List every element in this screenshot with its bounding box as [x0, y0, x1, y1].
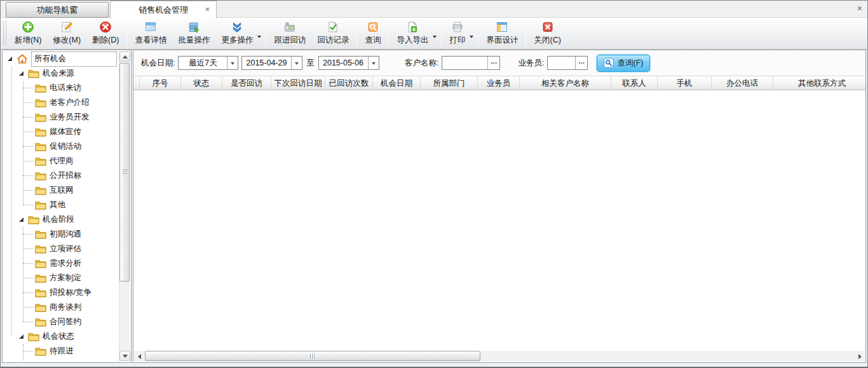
batch-operation-button[interactable]: 批量操作 [172, 19, 215, 47]
column-header[interactable]: 其他联系方式 [773, 77, 866, 90]
tree-group-stage[interactable]: 机会阶段 [4, 212, 118, 227]
salesman-field[interactable]: ··· [547, 56, 588, 70]
tab-function-nav[interactable]: 功能导航窗 [6, 2, 109, 18]
tree-group-source[interactable]: 机会来源 [4, 66, 118, 81]
date-to-combo[interactable]: 2015-05-06 [318, 56, 379, 70]
dropdown-caret-icon[interactable] [433, 36, 437, 40]
scrollbar-thumb[interactable] [145, 351, 480, 361]
tree-node[interactable]: 互联网 [4, 183, 118, 198]
dropdown-caret-icon[interactable] [470, 36, 473, 40]
tree-node-label: 机会来源 [43, 68, 74, 79]
expand-icon[interactable] [19, 217, 24, 222]
tree-node[interactable]: 电话来访 [4, 81, 118, 95]
combo-arrow-icon[interactable] [291, 57, 302, 69]
tree-node[interactable]: 代理商 [4, 154, 118, 168]
column-header[interactable]: 机会日期 [373, 77, 421, 90]
tree-connector [23, 307, 33, 308]
column-header[interactable]: 办公电话 [712, 77, 773, 90]
column-header[interactable]: 业务员 [478, 77, 520, 90]
expand-icon[interactable] [8, 57, 12, 61]
search-icon [604, 58, 614, 68]
tree-node[interactable]: 公开招标 [4, 168, 118, 183]
tab-close-icon[interactable]: × [205, 5, 210, 13]
tree-node[interactable]: 商务谈判 [4, 300, 118, 315]
print-button[interactable]: 打印 [444, 19, 471, 47]
folder-icon [35, 156, 46, 166]
customer-name-input[interactable] [442, 57, 487, 69]
delete-cross-icon [98, 20, 113, 34]
tree-group-status[interactable]: 机会状态 [4, 329, 118, 344]
tab-bar: 功能导航窗 销售机会管理 × × [1, 1, 867, 18]
tree-node[interactable]: 跟进中 [4, 358, 118, 361]
view-detail-button[interactable]: 查看详情 [129, 19, 172, 47]
tree-connector [23, 190, 33, 191]
tree-node[interactable]: 其他 [4, 198, 118, 212]
import-export-icon [405, 20, 420, 34]
folder-icon [35, 200, 46, 210]
tree-node-label: 机会状态 [43, 331, 74, 342]
date-from-combo[interactable]: 2015-04-29 [241, 56, 302, 70]
expand-icon[interactable] [19, 71, 24, 76]
tree-node[interactable]: 需求分析 [4, 256, 118, 271]
phone-followup-icon [282, 20, 297, 34]
window-close-icon[interactable]: × [857, 4, 862, 13]
column-header[interactable]: 序号 [140, 77, 181, 90]
column-header[interactable]: 是否回访 [222, 77, 271, 90]
tree-node-label: 其他 [50, 200, 65, 210]
followup-visit-button[interactable]: 跟进回访 [268, 19, 311, 47]
ui-design-button[interactable]: 界面设计 [480, 19, 524, 47]
search-button[interactable]: 查询(F) [597, 55, 650, 72]
tree-node[interactable]: 业务员开发 [4, 110, 118, 125]
scroll-up-arrow[interactable] [119, 51, 130, 62]
tree-node[interactable]: 方案制定 [4, 271, 118, 285]
delete-button[interactable]: 删除(D) [86, 19, 125, 47]
modify-button[interactable]: 修改(M) [47, 19, 86, 47]
more-actions-button[interactable]: 更多操作 [215, 19, 259, 47]
tree-node[interactable]: 待跟进 [4, 344, 118, 358]
tree-scrollbar[interactable] [119, 51, 130, 361]
scroll-left-arrow[interactable] [134, 351, 144, 362]
toolbar-separator [478, 20, 478, 46]
column-header[interactable]: 所属部门 [421, 77, 478, 90]
folder-icon [35, 273, 46, 283]
horizontal-scrollbar[interactable] [134, 351, 865, 362]
combo-arrow-icon[interactable] [368, 57, 379, 69]
column-header[interactable]: 已回访次数 [325, 77, 373, 90]
column-header[interactable]: 相关客户名称 [520, 77, 611, 90]
scrollbar-thumb[interactable] [119, 63, 130, 282]
toolbar-grip[interactable] [3, 21, 6, 45]
tree-node[interactable]: 媒体宣传 [4, 125, 118, 139]
tree-node[interactable]: 初期沟通 [4, 227, 118, 242]
scroll-right-arrow[interactable] [855, 351, 865, 362]
salesman-browse-button[interactable]: ··· [575, 57, 587, 69]
column-header[interactable]: 状态 [181, 77, 222, 90]
close-button[interactable]: 关闭(C) [528, 19, 566, 47]
customer-name-field[interactable]: ··· [442, 56, 500, 70]
tree-node[interactable]: 合同签约 [4, 315, 118, 329]
salesman-input[interactable] [548, 57, 575, 69]
dropdown-caret-icon[interactable] [257, 36, 261, 40]
column-header[interactable]: 联系人 [611, 77, 658, 90]
import-export-button[interactable]: 导入导出 [391, 19, 434, 47]
expand-icon[interactable] [19, 334, 24, 339]
tree-node-root[interactable]: 所有机会 [4, 51, 118, 66]
add-button[interactable]: 新增(N) [9, 19, 47, 47]
tree-node[interactable]: 促销活动 [4, 139, 118, 154]
column-header[interactable]: 下次回访日期 [271, 77, 325, 90]
query-button[interactable]: 查询 [359, 19, 386, 47]
tree-node[interactable]: 立项评估 [4, 242, 118, 256]
visit-record-button[interactable]: 回访记录 [311, 19, 355, 47]
tree-connector [23, 227, 24, 322]
tree-node[interactable]: 老客户介绍 [4, 95, 118, 110]
customer-browse-button[interactable]: ··· [487, 57, 499, 69]
tab-sales-opportunity[interactable]: 销售机会管理 × [110, 1, 217, 18]
button-label: 打印 [449, 35, 465, 46]
button-label: 批量操作 [178, 35, 210, 46]
date-preset-combo[interactable]: 最近7天 [178, 56, 238, 70]
tree-connector [23, 249, 33, 249]
scroll-down-arrow[interactable] [119, 351, 130, 361]
tree-node[interactable]: 招投标/竞争 [4, 285, 118, 300]
column-header[interactable]: 手机 [658, 77, 712, 90]
combo-arrow-icon[interactable] [227, 57, 238, 69]
add-plus-icon [20, 20, 36, 34]
